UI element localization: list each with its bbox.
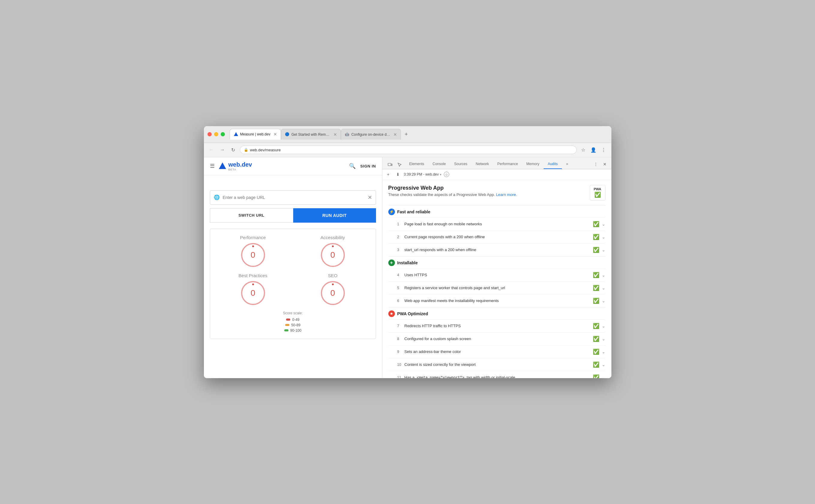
site-header: ☰ web.dev BETA 🔍 SIGN IN [204, 157, 382, 175]
audit-row-9: 9 Sets an address-bar theme color ✅ ⌄ [388, 345, 605, 358]
score-accessibility-circle: 0 [321, 243, 345, 267]
score-accessibility: Accessibility 0 [296, 235, 370, 267]
score-best-practices-circle: 0 [241, 281, 265, 305]
audit-num-7: 7 [397, 324, 404, 328]
switch-url-button[interactable]: SWITCH URL [210, 208, 293, 223]
audit-row-2: 2 Current page responds with a 200 when … [388, 230, 605, 243]
score-accessibility-label: Accessibility [320, 235, 345, 240]
settings-circle-icon[interactable]: ⊙ [444, 172, 449, 177]
tab-favicon [233, 132, 238, 137]
profile-button[interactable]: 👤 [589, 146, 598, 154]
audit-chevron-9[interactable]: ⌄ [602, 349, 605, 354]
audit-chevron-6[interactable]: ⌄ [602, 298, 605, 303]
device-toggle-icon[interactable] [386, 161, 394, 169]
site-logo: web.dev BETA [218, 161, 252, 171]
audit-text-6: Web app manifest meets the installabilit… [404, 298, 593, 303]
sign-in-button[interactable]: SIGN IN [360, 164, 376, 168]
devtools-menu-button[interactable]: ⋮ [592, 160, 600, 168]
audit-check-8: ✅ [593, 336, 599, 342]
devtools-tabs: Elements Console Sources Network Perform… [382, 157, 611, 169]
audit-check-1: ✅ [593, 221, 599, 227]
session-caret-icon: ▾ [440, 173, 442, 176]
audit-text-3: start_url responds with a 200 when offli… [404, 248, 593, 252]
audit-chevron-11[interactable]: ⌄ [602, 375, 605, 378]
tab-console[interactable]: Console [429, 159, 450, 169]
search-icon[interactable]: 🔍 [349, 163, 355, 169]
audit-num-10: 10 [397, 363, 404, 367]
hamburger-icon[interactable]: ☰ [210, 163, 215, 169]
audit-chevron-5[interactable]: ⌄ [602, 286, 605, 290]
audit-chevron-7[interactable]: ⌄ [602, 324, 605, 328]
traffic-lights [207, 132, 225, 136]
scale-dot-red [286, 319, 290, 321]
tab-more[interactable]: » [562, 159, 573, 169]
audit-chevron-2[interactable]: ⌄ [602, 235, 605, 239]
main-content: ☰ web.dev BETA 🔍 SIGN IN [204, 157, 611, 378]
installable-icon: + [388, 259, 395, 266]
close-button[interactable] [207, 132, 212, 136]
audit-chevron-3[interactable]: ⌄ [602, 248, 605, 252]
audit-chevron-4[interactable]: ⌄ [602, 273, 605, 277]
globe-icon: 🌐 [214, 194, 220, 200]
tab-elements[interactable]: Elements [405, 159, 429, 169]
audit-chevron-1[interactable]: ⌄ [602, 222, 605, 227]
tab-close-icon-3[interactable]: ✕ [393, 132, 397, 137]
new-tab-button[interactable]: + [402, 130, 411, 138]
tab-performance[interactable]: Performance [493, 159, 522, 169]
audit-text-9: Sets an address-bar theme color [404, 349, 593, 354]
select-element-icon[interactable] [395, 161, 404, 169]
audit-text-5: Registers a service worker that controls… [404, 286, 593, 290]
maximize-button[interactable] [221, 132, 225, 136]
score-accessibility-value: 0 [330, 250, 335, 260]
score-best-practices: Best Practices 0 [216, 273, 290, 305]
devtools-close-button[interactable]: ✕ [601, 160, 609, 168]
tab-3[interactable]: 🤖 Configure on-device developer... ✕ [341, 129, 401, 140]
audit-chevron-10[interactable]: ⌄ [602, 362, 605, 367]
devtools-icon-group [385, 161, 405, 169]
audit-text-7: Redirects HTTP traffic to HTTPS [404, 324, 593, 328]
tab-close-icon-2[interactable]: ✕ [333, 132, 337, 137]
clear-input-icon[interactable]: ✕ [367, 194, 372, 201]
scale-range-orange: 50-89 [291, 323, 300, 327]
tab-active[interactable]: Measure | web.dev ✕ [230, 129, 281, 140]
audit-text-11: Has a <meta name="viewport"> tag with wi… [404, 375, 593, 378]
left-panel: ☰ web.dev BETA 🔍 SIGN IN [204, 157, 382, 378]
address-bar[interactable]: 🔒 web.dev/measure [240, 146, 577, 154]
svg-rect-3 [391, 164, 392, 166]
pwa-header: Progressive Web App These checks validat… [388, 185, 605, 200]
section-pwa-optimized: ★ PWA Optimized [388, 307, 605, 319]
bookmark-button[interactable]: ☆ [579, 146, 588, 154]
download-icon[interactable]: ⬇ [394, 171, 401, 178]
audit-row-1: 1 Page load is fast enough on mobile net… [388, 218, 605, 230]
minimize-button[interactable] [214, 132, 218, 136]
url-input-row[interactable]: 🌐 ✕ [210, 190, 376, 205]
score-seo-circle: 0 [321, 281, 345, 305]
tab-close-icon[interactable]: ✕ [273, 132, 277, 137]
score-performance-circle: 0 [241, 243, 265, 267]
tab-network[interactable]: Network [472, 159, 493, 169]
audit-num-3: 3 [397, 248, 404, 252]
reload-button[interactable]: ↻ [229, 146, 237, 154]
tab-2[interactable]: 🔵 Get Started with Remote Debu... ✕ [281, 129, 341, 140]
menu-button[interactable]: ⋮ [599, 146, 608, 154]
back-button[interactable]: ← [207, 146, 216, 154]
scale-item-red: 0-49 [286, 318, 299, 322]
logo-triangle-icon [218, 162, 227, 170]
svg-rect-2 [388, 163, 391, 166]
learn-more-link[interactable]: Learn more. [496, 192, 517, 197]
scale-item-green: 90-100 [284, 328, 301, 333]
session-selector[interactable]: 3:39:29 PM - web.dev ▾ [404, 172, 442, 176]
audit-chevron-8[interactable]: ⌄ [602, 336, 605, 341]
tab-memory[interactable]: Memory [522, 159, 543, 169]
add-record-icon[interactable]: + [385, 171, 392, 178]
scale-items: 0-49 50-89 90-100 [216, 318, 370, 333]
navbar: ← → ↻ 🔒 web.dev/measure ☆ 👤 ⋮ [204, 143, 611, 157]
url-input[interactable] [223, 195, 364, 200]
buttons-row: SWITCH URL RUN AUDIT [210, 208, 376, 223]
logo-beta: BETA [228, 168, 252, 171]
forward-button[interactable]: → [218, 146, 227, 154]
tab-audits[interactable]: Audits [544, 159, 562, 169]
section-fast-reliable: ⚡ Fast and reliable [388, 205, 605, 218]
tab-sources[interactable]: Sources [450, 159, 472, 169]
run-audit-button[interactable]: RUN AUDIT [293, 208, 376, 223]
